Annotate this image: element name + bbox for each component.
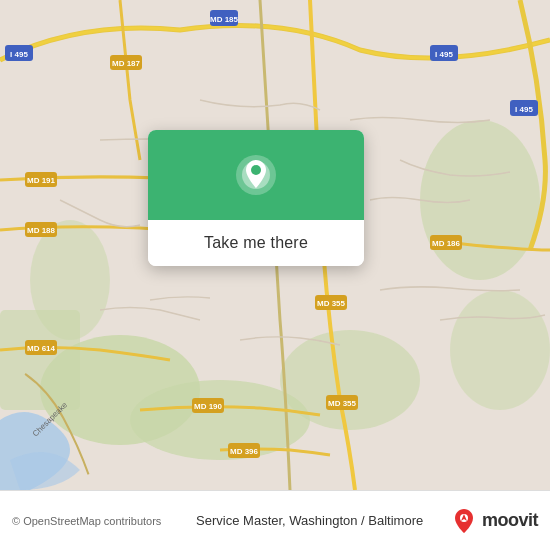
svg-point-4 — [420, 120, 540, 280]
moovit-brand-text: moovit — [482, 510, 538, 531]
svg-point-25 — [251, 165, 261, 175]
md396-label: MD 396 — [230, 447, 259, 456]
md191-label: MD 191 — [27, 176, 56, 185]
i495-e-label: I 495 — [515, 105, 533, 114]
md188-label: MD 188 — [27, 226, 56, 235]
md185-label: MD 185 — [210, 15, 239, 24]
take-me-there-button[interactable]: Take me there — [148, 220, 364, 266]
copyright-text: © OpenStreetMap contributors — [12, 515, 161, 527]
i495-nw-label: I 495 — [10, 50, 28, 59]
i495-ne-label: I 495 — [435, 50, 453, 59]
popup-green-area — [148, 130, 364, 220]
moovit-logo: moovit — [450, 507, 538, 535]
md614-label: MD 614 — [27, 344, 56, 353]
md355-n-label: MD 355 — [317, 299, 346, 308]
popup-card: Take me there — [148, 130, 364, 266]
map-container: Chesapeake I 495 MD 185 I 495 I 495 MD 1… — [0, 0, 550, 490]
md190-label: MD 190 — [194, 402, 223, 411]
md355-s-label: MD 355 — [328, 399, 357, 408]
svg-point-5 — [450, 290, 550, 410]
md187-label: MD 187 — [112, 59, 141, 68]
moovit-pin-icon — [450, 507, 478, 535]
location-title: Service Master, Washington / Baltimore — [169, 513, 450, 528]
bottom-bar: © OpenStreetMap contributors Service Mas… — [0, 490, 550, 550]
svg-rect-7 — [0, 310, 80, 410]
location-pin-icon — [235, 154, 277, 196]
svg-point-3 — [280, 330, 420, 430]
md186-label: MD 186 — [432, 239, 461, 248]
